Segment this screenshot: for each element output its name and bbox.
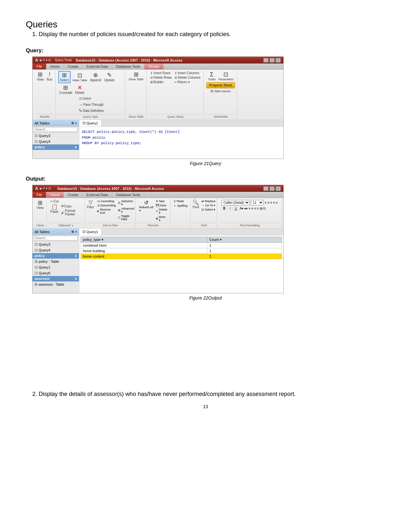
bold-btn[interactable]: B (221, 206, 227, 211)
pass-through-btn[interactable]: → Pass-Through (78, 102, 105, 107)
nav-item-assessor-table[interactable]: ⊞ assessor : Table (33, 281, 79, 287)
table-names-btn[interactable]: ⊞ Table Names (210, 89, 232, 93)
copy-btn[interactable]: ⧉ Copy (60, 204, 83, 208)
find-btn[interactable]: 🔍 Find (191, 199, 200, 212)
tab-design[interactable]: Design (144, 64, 163, 69)
paste-btn[interactable]: 📋 Paste (49, 204, 60, 216)
data-definition-icon: ✎ (79, 108, 82, 113)
spelling-icon: ✓ (174, 204, 176, 207)
tab-home[interactable]: Home (46, 64, 64, 69)
find-label: Find (193, 205, 199, 209)
append-btn[interactable]: ⊕ Append (89, 72, 102, 83)
nav-item-query3-2[interactable]: ⊡ Query3 (33, 241, 79, 247)
descending-btn[interactable]: ↓Z Descending (96, 203, 117, 207)
view-btn-2[interactable]: ⊞ View (36, 199, 45, 210)
delete-rec-btn[interactable]: ✕ Delete ▾ (155, 208, 168, 215)
window-controls[interactable]: _ □ × (263, 58, 281, 63)
tab2-home[interactable]: Home (46, 192, 64, 198)
policy-table-label: policy : Table (39, 260, 59, 263)
crosstab-btn[interactable]: ⊞ Crosstab (58, 84, 73, 95)
delete-btn[interactable]: ✕ Delete (74, 84, 85, 95)
minimize-btn[interactable]: _ (263, 58, 269, 63)
cut-btn[interactable]: ✂ Cut (49, 199, 83, 203)
replace-btn[interactable]: ⇌ Replace (201, 199, 216, 203)
refresh-label: Refresh All ▾ (139, 206, 153, 212)
window2-titlebar: A ■ ↺ ▾ ⊟ Database15 : Database (Access … (33, 185, 283, 192)
nav-item-query4-2[interactable]: ⊡ Query4 (33, 247, 79, 253)
insert-rows-btn[interactable]: ↥ Insert Rows (149, 71, 173, 75)
tab-file[interactable]: File (33, 64, 46, 69)
tab-create[interactable]: Create (64, 64, 83, 69)
col-policy-type: policy_type ▾ (81, 237, 207, 243)
delete-rows-label: Delete Rows (153, 76, 172, 79)
advanced-btn[interactable]: ⊞ Advanced ▾ (117, 207, 135, 214)
query1-tab-2[interactable]: ⊡ Query1 (79, 229, 102, 235)
return-btn[interactable]: ↩ Return ▾ (173, 80, 201, 84)
insert-columns-btn[interactable]: ↥ Insert Columns (173, 71, 201, 75)
run-btn[interactable]: ! Run (46, 71, 54, 82)
union-btn[interactable]: ⊃ Union (78, 96, 105, 101)
totals-btn[interactable]: Σ Totals (207, 71, 217, 82)
policy-section-toggle[interactable]: ∧ (74, 145, 77, 149)
close-btn-2[interactable]: × (276, 186, 281, 191)
new-btn[interactable]: ✦ New (155, 199, 168, 203)
filter-btn[interactable]: ▽ Filter (86, 199, 95, 221)
font-selector[interactable]: Calibri (Detail) (221, 200, 250, 205)
refresh-btn[interactable]: ↺ Refresh All ▾ (138, 199, 154, 222)
tab-external-data[interactable]: External Data (83, 64, 112, 69)
italic-btn[interactable]: I (228, 206, 232, 211)
tab2-external-data[interactable]: External Data (83, 192, 112, 198)
view-btn[interactable]: ⊞ View (36, 71, 45, 82)
query1-tab[interactable]: ⊡ Query1 (79, 120, 102, 126)
nav-header-icons: ⊗ « (71, 121, 77, 125)
nav-item-query4[interactable]: ⊡ Query4 (33, 139, 79, 144)
nav-item-query3[interactable]: ⊡ Query3 (33, 133, 79, 139)
nav-search-input-2[interactable] (34, 236, 78, 241)
maximize-btn-2[interactable]: □ (269, 186, 275, 191)
show-table-btn[interactable]: ⊞ Show Table (128, 71, 144, 82)
toggle-filter-btn[interactable]: ▽ Toggle Filter (117, 214, 135, 221)
tf-row-2: B I U A▾ ♦▾ ≡ ≡ ≡ ≡ ⊞ ⊡ (221, 206, 278, 211)
nav-item-query6[interactable]: ⊡ Query6 (33, 270, 79, 276)
totals-btn-2[interactable]: Σ Totals (173, 199, 188, 203)
minimize-btn-2[interactable]: _ (263, 186, 269, 191)
window2-controls[interactable]: _ □ × (263, 186, 281, 191)
select-btn2[interactable]: ⊡ Select ▾ (201, 208, 216, 212)
query1-label: Query1 (39, 265, 50, 269)
property-sheet-btn[interactable]: Property Sheet (206, 82, 235, 88)
tab-database-tools[interactable]: Database Tools (112, 64, 145, 69)
more-btn[interactable]: ⊞ More ▾ (155, 215, 168, 222)
update-btn[interactable]: ✎ Update (103, 72, 115, 83)
select-btn[interactable]: ⊞ Select (58, 71, 71, 83)
builder-btn[interactable]: ⊞ Builder (149, 80, 173, 84)
save-btn[interactable]: 💾 Save (155, 203, 168, 207)
font-size-selector[interactable]: 11 (251, 200, 264, 205)
section-2-block: 2. Display the details of assessor(s) wh… (26, 391, 385, 398)
parameters-btn[interactable]: ⊡ Parameters (218, 71, 235, 82)
spelling-btn[interactable]: ✓ Spelling (173, 204, 188, 208)
nav-item-query1[interactable]: ⊡ Query1 (33, 264, 79, 270)
assessor-section-toggle[interactable]: ∧ (74, 277, 77, 281)
tab2-file[interactable]: File (33, 192, 46, 198)
nav-search-input-1[interactable] (34, 127, 78, 132)
make-table-btn[interactable]: ⊡ Make Table (72, 72, 88, 83)
query-setup-label: Query Setup (149, 114, 201, 118)
goto-btn[interactable]: → Go To ▾ (201, 203, 216, 207)
underline-btn[interactable]: U (233, 206, 239, 211)
close-btn[interactable]: × (276, 58, 281, 63)
query-type-group: ⊞ Select ⊡ Make Table ⊕ Append ✎ (56, 70, 125, 119)
policy-section-toggle-2[interactable]: ∧ (74, 254, 77, 258)
maximize-btn[interactable]: □ (269, 58, 275, 63)
data-definition-btn[interactable]: ✎ Data Definition (78, 108, 105, 113)
query4-label: Query4 (39, 140, 50, 143)
tab2-create[interactable]: Create (64, 192, 83, 198)
nav-item-policy-table[interactable]: ⊞ policy : Table (33, 259, 79, 264)
remove-sort-btn[interactable]: ⊗ Remove Sort (96, 208, 117, 215)
delete-rows-btn[interactable]: ⊖ Delete Rows (149, 75, 173, 80)
nav-search-1 (33, 126, 79, 133)
delete-columns-btn[interactable]: ⊖ Delete Columns (173, 75, 201, 80)
ascending-btn[interactable]: ↑A Ascending (96, 199, 117, 203)
tab2-database-tools[interactable]: Database Tools (112, 192, 145, 198)
format-painter-btn[interactable]: 🖌 Format Painter (60, 209, 83, 216)
selection-btn[interactable]: ⊡ Selection ▾ (117, 199, 135, 206)
